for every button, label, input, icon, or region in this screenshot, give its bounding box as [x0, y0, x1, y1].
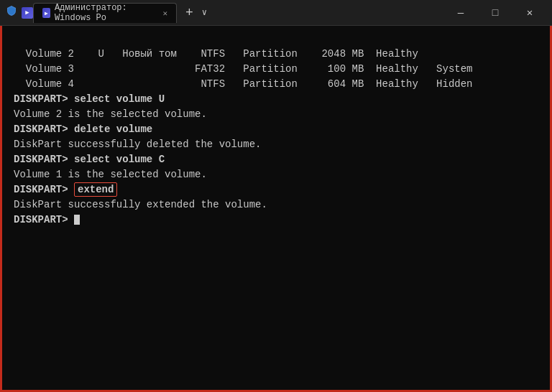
cmd-icon: ▶	[22, 7, 33, 19]
minimize-button[interactable]: —	[444, 1, 477, 24]
highlighted-command: extend	[74, 182, 117, 197]
terminal-area[interactable]: Volume 2 U Новый том NTFS Partition 2048…	[0, 26, 552, 392]
terminal-line: Volume 2 is the selected volume.	[14, 107, 541, 122]
terminal-line: DISKPART> select volume C	[14, 152, 541, 167]
terminal-line: Volume 4 NTFS Partition 604 MB Healthy H…	[14, 77, 541, 92]
terminal-line: DiskPart successfully deleted the volume…	[14, 137, 541, 152]
new-tab-button[interactable]: +	[181, 6, 198, 20]
terminal-line: DISKPART> select volume U	[14, 92, 541, 107]
close-button[interactable]: ✕	[513, 1, 546, 24]
window-controls: — □ ✕	[444, 1, 546, 24]
terminal-line: DISKPART> delete volume	[14, 122, 541, 137]
terminal-cursor	[74, 215, 80, 225]
tab-label: Администратор: Windows Po	[55, 3, 155, 23]
terminal-line: DiskPart successfully extended the volum…	[14, 197, 541, 213]
terminal-line: DISKPART>	[14, 213, 541, 228]
diskpart-prompt: DISKPART>	[14, 214, 74, 225]
active-tab[interactable]: ▶ Администратор: Windows Po ✕	[33, 3, 177, 23]
diskpart-prompt: DISKPART>	[14, 184, 74, 195]
maximize-button[interactable]: □	[479, 1, 512, 24]
terminal-line: Volume 3 FAT32 Partition 100 MB Healthy …	[14, 62, 541, 77]
terminal-line: DISKPART> extend	[14, 182, 541, 197]
terminal-line: Volume 1 is the selected volume.	[14, 167, 541, 182]
tab-close-button[interactable]: ✕	[162, 9, 167, 18]
tab-bar: ▶ Администратор: Windows Po ✕ + ∨	[33, 0, 444, 25]
tab-dropdown-button[interactable]: ∨	[199, 7, 210, 18]
shield-icon	[6, 5, 17, 20]
terminal-line: Volume 2 U Новый том NTFS Partition 2048…	[14, 47, 541, 62]
titlebar: ▶ ▶ Администратор: Windows Po ✕ + ∨ — □ …	[0, 0, 552, 26]
tab-cmd-icon: ▶	[42, 8, 50, 18]
